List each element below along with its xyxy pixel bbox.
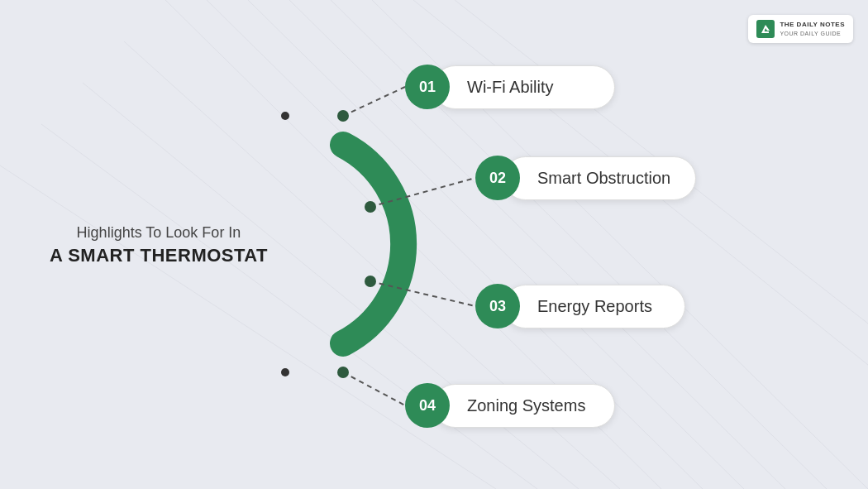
feature-number-4: 04 bbox=[405, 383, 450, 428]
main-title: A SMART THERMOSTAT bbox=[50, 244, 268, 266]
svg-point-20 bbox=[281, 112, 289, 120]
feature-label-3: Energy Reports bbox=[503, 285, 685, 328]
feature-item-4: 04 Zoning Systems bbox=[405, 383, 615, 428]
logo-name: THE DAILY NOTES bbox=[780, 21, 845, 29]
svg-line-18 bbox=[343, 372, 405, 405]
svg-line-14 bbox=[370, 178, 475, 207]
left-text-block: Highlights To Look For In A SMART THERMO… bbox=[50, 223, 268, 266]
svg-point-21 bbox=[281, 368, 289, 376]
highlights-label: Highlights To Look For In bbox=[50, 223, 268, 241]
feature-label-2: Smart Obstruction bbox=[503, 156, 696, 200]
svg-rect-22 bbox=[756, 20, 775, 38]
svg-line-0 bbox=[0, 165, 496, 489]
logo-tagline: YOUR DAILY GUIDE bbox=[780, 30, 845, 37]
svg-line-16 bbox=[370, 281, 475, 306]
svg-point-17 bbox=[365, 276, 376, 287]
svg-point-13 bbox=[337, 110, 349, 122]
feature-number-3: 03 bbox=[475, 284, 520, 328]
svg-point-19 bbox=[337, 367, 349, 378]
feature-number-1: 01 bbox=[405, 65, 450, 109]
svg-line-1 bbox=[41, 124, 537, 489]
svg-point-15 bbox=[365, 201, 376, 213]
svg-line-12 bbox=[343, 87, 405, 116]
svg-rect-23 bbox=[764, 31, 769, 33]
feature-item-3: 03 Energy Reports bbox=[475, 284, 685, 328]
feature-item-2: 02 Smart Obstruction bbox=[475, 156, 696, 200]
feature-number-2: 02 bbox=[475, 156, 520, 200]
feature-label-4: Zoning Systems bbox=[433, 384, 615, 428]
feature-label-1: Wi-Fi Ability bbox=[433, 65, 615, 109]
logo-icon bbox=[756, 20, 775, 38]
feature-item-1: 01 Wi-Fi Ability bbox=[405, 65, 615, 109]
logo: THE DAILY NOTES YOUR DAILY GUIDE bbox=[748, 15, 853, 43]
